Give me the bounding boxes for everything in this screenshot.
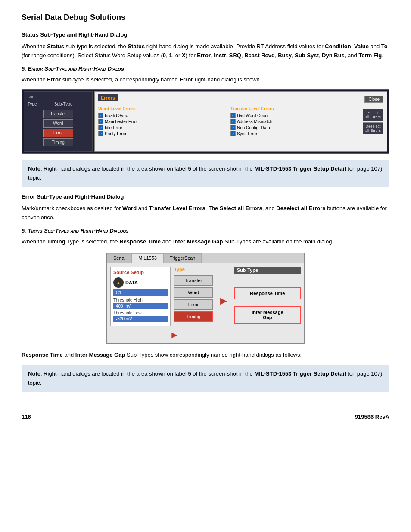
- timing-body: Source Setup ▲ DATA C1 Threshold High 40…: [107, 263, 304, 330]
- footer: 116 919586 RevA: [22, 410, 389, 420]
- tab-triggerscan[interactable]: TriggerScan: [163, 253, 202, 263]
- side-buttons: Selectall Errors Deselectall Errors: [363, 106, 383, 137]
- close-button[interactable]: Close: [364, 96, 383, 103]
- error-address-mismatch: ✓ Address Mismatch: [230, 118, 359, 124]
- type-error-btn[interactable]: Error: [174, 299, 213, 310]
- error-non-contig: ✓ Non Contig. Data: [230, 124, 359, 131]
- section1-heading: Status Sub-Type and Right-Hand Dialog: [22, 31, 389, 38]
- word-errors-header: Word Level Errors ✓ Invalid Sync ✓ Manch…: [98, 106, 227, 137]
- transfer-errors-header: Transfer Level Errors ✓ Bad Word Count ✓…: [230, 106, 359, 137]
- select-all-errors-btn[interactable]: Selectall Errors: [363, 109, 383, 121]
- left-panel-header: Type Sub-Type: [26, 101, 90, 107]
- error-idle: ✓ Idle Error: [98, 124, 227, 131]
- threshold-high-label: Threshold High: [113, 298, 168, 302]
- type-word-btn[interactable]: Word: [174, 287, 213, 298]
- section2-title: 5. Error Sub-Type and Right-Hand Dialog: [22, 65, 389, 72]
- subtype-col-header: Sub-Type: [54, 102, 73, 106]
- section4-title: 5. Timing Sub-Types and Right-Hand Dialo…: [22, 227, 389, 234]
- timing-dialog-screenshot: Serial MIL1553 TriggerScan Source Setup …: [106, 253, 305, 344]
- error-bad-word: ✓ Bad Word Count: [230, 112, 359, 118]
- type-transfer-btn[interactable]: Transfer: [174, 275, 213, 286]
- source-setup-panel: Source Setup ▲ DATA C1 Threshold High 40…: [110, 267, 171, 326]
- type-col-header: Type: [28, 102, 37, 106]
- error-invalid-sync: ✓ Invalid Sync: [98, 112, 227, 118]
- section3-para1: Mark/unmark checkboxes as desired for Wo…: [22, 204, 389, 222]
- errors-grid: Word Level Errors ✓ Invalid Sync ✓ Manch…: [98, 106, 383, 137]
- section4-para2: Response Time and Inter Message Gap Sub-…: [22, 351, 389, 360]
- deselect-all-errors-btn[interactable]: Deselectall Errors: [363, 122, 383, 134]
- subtype-response-btn[interactable]: Response Time: [234, 287, 301, 299]
- threshold-low-value: -320 mV: [113, 316, 168, 322]
- subtype-title: Sub-Type: [234, 267, 301, 274]
- type-title: Type: [174, 267, 213, 272]
- footer-rev: 919586 RevA: [355, 414, 389, 420]
- title-rule: [22, 25, 389, 25]
- channel-box: C1: [113, 289, 168, 296]
- left-panel: can Type Sub-Type Transfer Word Error Ti…: [24, 91, 93, 152]
- footer-page-number: 116: [22, 414, 31, 420]
- subtype-panel: Sub-Type Response Time Inter MessageGap: [234, 267, 301, 326]
- note-box-2: Note: Right-hand dialogs are located in …: [22, 365, 389, 392]
- section2-para1: When the Error sub-type is selected, a c…: [22, 75, 389, 84]
- type-timing-btn[interactable]: Timing: [174, 311, 213, 322]
- threshold-high-value: 400 mV: [113, 303, 168, 309]
- error-dialog-screenshot: can Type Sub-Type Transfer Word Error Ti…: [22, 89, 389, 154]
- section4-para1: When the Timing Type is selected, the Re…: [22, 237, 389, 246]
- btn-error[interactable]: Error: [43, 129, 73, 137]
- data-label: DATA: [125, 280, 138, 285]
- tab-mil1553[interactable]: MIL1553: [132, 253, 163, 263]
- error-sync: ✓ Sync Error: [230, 131, 359, 137]
- error-parity: ✓ Parity Error: [98, 131, 227, 137]
- data-icon-row: ▲ DATA: [113, 277, 168, 288]
- type-panel: Type Transfer Word Error Timing: [174, 267, 213, 326]
- source-setup-title: Source Setup: [113, 270, 168, 275]
- note-text-2: Note: Right-hand dialogs are located in …: [28, 370, 382, 386]
- tab-serial[interactable]: Serial: [107, 253, 132, 263]
- page-title: Serial Data Debug Solutions: [22, 13, 389, 22]
- threshold-low-label: Threshold Low: [113, 311, 168, 315]
- btn-transfer[interactable]: Transfer: [43, 110, 73, 118]
- section3-heading: Error Sub-Type and Right-Hand Dialog: [22, 193, 389, 200]
- btn-timing[interactable]: Timing: [43, 138, 73, 146]
- subtype-inter-msg-btn[interactable]: Inter MessageGap: [234, 306, 301, 324]
- timing-tabs: Serial MIL1553 TriggerScan: [107, 253, 304, 263]
- error-manchester: ✓ Manchester Error: [98, 118, 227, 124]
- right-panel: Errors Close Word Level Errors ✓ Invalid…: [94, 91, 387, 152]
- section1-para1: When the Status sub-type is selected, th…: [22, 42, 389, 60]
- right-panel-title: Errors: [98, 94, 118, 101]
- arrow-icon: ►: [216, 267, 231, 326]
- btn-word[interactable]: Word: [43, 119, 73, 128]
- data-icon: ▲: [113, 277, 124, 288]
- left-label: can: [26, 93, 90, 101]
- note-text-1: Note: Right-hand dialogs are located in …: [28, 165, 382, 181]
- note-box-1: Note: Right-hand dialogs are located in …: [22, 160, 389, 187]
